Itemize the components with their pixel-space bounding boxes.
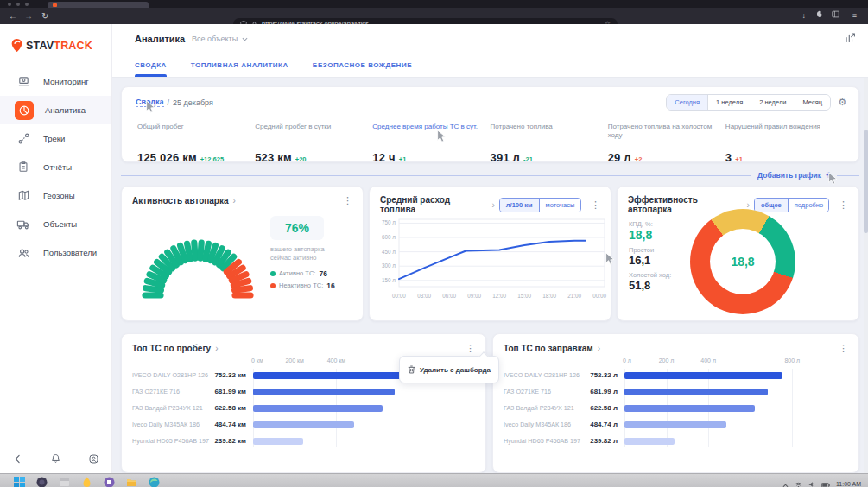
bar-fill[interactable]	[253, 405, 383, 412]
summary-stat: Средний пробег в сутки523 км+20	[255, 123, 372, 164]
battery-icon[interactable]	[821, 476, 830, 487]
sidebar-panel-icon[interactable]	[832, 10, 839, 22]
kebab-menu-icon[interactable]: ⋮	[466, 343, 475, 354]
sidebar-item-monitoring[interactable]: Мониторинг	[0, 67, 111, 96]
summary-stat: Общий пробег125 026 км+12 625	[137, 123, 255, 164]
settings-gear-icon[interactable]: ⚙	[838, 97, 846, 108]
summary-stat: Потрачено топлива на холостом ходу29 л+2	[608, 123, 725, 164]
chevron-right-icon[interactable]: ›	[491, 200, 494, 210]
add-chart-link[interactable]: Добавить график	[757, 171, 821, 180]
bar-fill[interactable]	[253, 438, 303, 445]
taskbar-tray: 11:00 AM	[782, 476, 861, 487]
tray-chevron-up-icon[interactable]	[782, 476, 789, 487]
tab-1[interactable]: ТОПЛИВНАЯ АНАЛИТИКА	[191, 61, 288, 77]
extension-icon[interactable]	[815, 10, 823, 22]
period-button[interactable]: 1 неделя	[708, 95, 751, 110]
bar-fill[interactable]	[253, 421, 354, 428]
stat-delta: +1	[735, 155, 743, 163]
bar-row: ГАЗ Валдай Р234УХ 121622.58 л	[504, 400, 845, 416]
period-button[interactable]: Сегодня	[667, 95, 708, 110]
bar-fill[interactable]	[253, 372, 409, 379]
sidebar-item-objects[interactable]: Объекты	[0, 210, 111, 238]
period-button[interactable]: Месяц	[795, 95, 831, 110]
vehicle-name: ГАЗ Валдай Р234УХ 121	[504, 404, 583, 412]
collapse-sidebar-icon[interactable]	[12, 452, 23, 468]
sidebar-item-reports[interactable]: Отчёты	[0, 153, 111, 181]
sidebar-item-analytics[interactable]: Аналитика	[0, 96, 111, 124]
sidebar-item-label: Геозоны	[43, 191, 75, 200]
chevron-right-icon[interactable]: ›	[747, 200, 750, 210]
window-control-icon[interactable]	[16, 3, 20, 6]
kebab-menu-icon[interactable]: ⋮	[839, 199, 848, 211]
downloads-icon[interactable]: ↓	[802, 10, 807, 22]
sidebar: STAVTRACK МониторингАналитикаТрекиОтчёты…	[0, 24, 112, 473]
window-control-icon[interactable]	[8, 3, 11, 6]
vehicle-name: ГАЗ Валдай Р234УХ 121	[132, 404, 212, 412]
taskbar-clock[interactable]: 11:00 AM	[836, 481, 861, 487]
sidebar-item-users[interactable]: Пользователи	[0, 238, 111, 267]
period-button[interactable]: 2 недели	[751, 95, 795, 110]
back-icon[interactable]: ←	[9, 9, 17, 22]
stat-label[interactable]: Среднее время работы ТС в сут.	[372, 123, 481, 131]
axis-tick-label: 0 л	[623, 357, 631, 364]
notifications-bell-icon[interactable]	[50, 452, 61, 468]
toggle-button[interactable]: л/100 км	[500, 199, 540, 212]
summary-stat: Потрачено топлива391 л-21	[491, 123, 608, 164]
bar-fill[interactable]	[624, 405, 755, 412]
bar-fill[interactable]	[624, 389, 768, 395]
bar-fill[interactable]	[624, 438, 675, 445]
sidebar-item-tracks[interactable]: Треки	[0, 124, 111, 153]
efficiency-stat-value: 18,8	[629, 228, 671, 242]
context-menu-item[interactable]: Удалить с дашборда	[420, 366, 491, 374]
tab-2[interactable]: БЕЗОПАСНОЕ ВОЖДЕНИЕ	[313, 61, 412, 77]
wifi-icon[interactable]	[795, 476, 802, 487]
bar-fill[interactable]	[624, 372, 782, 379]
scrollbar-thumb[interactable]	[864, 130, 868, 233]
bar-value: 622.58 км	[212, 404, 246, 412]
trash-icon[interactable]	[408, 362, 415, 377]
bar-row: Iveco Daily М345АК 186484.74 км	[132, 416, 472, 433]
stat-value: 391 л	[491, 151, 521, 164]
chevron-right-icon[interactable]: ›	[598, 344, 600, 353]
taskbar-files-icon[interactable]	[59, 476, 70, 487]
tab-0[interactable]: СВОДКА	[135, 61, 167, 77]
taskbar-app-flame-icon[interactable]	[81, 476, 92, 487]
sidebar-footer	[12, 452, 99, 468]
object-filter-dropdown[interactable]: Все объекты	[192, 35, 248, 43]
stat-delta: +12 625	[200, 155, 224, 163]
add-widget-icon[interactable]	[845, 31, 856, 47]
browser-tab[interactable]	[48, 2, 149, 8]
taskbar-folder-icon[interactable]	[126, 476, 137, 487]
toggle-button[interactable]: моточасы	[540, 199, 581, 212]
taskbar-app-purple-icon[interactable]	[104, 476, 115, 487]
svg-text:18:00: 18:00	[542, 293, 556, 299]
taskbar-start-icon[interactable]	[14, 476, 25, 487]
card-avg-fuel: Средний расход топлива › л/100 кммоточас…	[369, 186, 611, 321]
taskbar-edge-icon[interactable]	[149, 476, 160, 487]
taskbar-browser-icon[interactable]	[36, 476, 48, 487]
sidebar-item-geozones[interactable]: Геозоны	[0, 181, 111, 210]
forward-icon[interactable]: →	[24, 9, 33, 22]
menu-icon[interactable]: ≡	[852, 10, 857, 22]
sidebar-item-label: Аналитика	[45, 105, 86, 115]
fuel-line-chart: 150 л300 л450 л600 л750 л00:0003:0006:00…	[373, 212, 609, 313]
stat-delta: -21	[523, 155, 533, 163]
card-top-mileage: Топ ТС по пробегу › ⋮ 0 км200 км400 кмIV…	[121, 333, 486, 473]
chevron-right-icon[interactable]: ›	[233, 196, 236, 206]
window-control-icon[interactable]	[25, 3, 29, 6]
toggle-button[interactable]: подробно	[789, 199, 829, 212]
taskbar-apps	[14, 476, 160, 487]
volume-icon[interactable]	[808, 476, 815, 487]
kebab-menu-icon[interactable]: ⋮	[343, 195, 352, 206]
toggle-button[interactable]: общее	[755, 199, 789, 212]
profile-icon[interactable]	[88, 452, 99, 468]
kebab-menu-icon[interactable]: ⋮	[591, 199, 600, 211]
kebab-menu-icon[interactable]: ⋮	[839, 343, 848, 354]
chevron-right-icon[interactable]: ›	[215, 344, 218, 353]
logo-text: STAVTRACK	[26, 40, 92, 52]
bar-fill[interactable]	[624, 421, 726, 428]
reload-icon[interactable]: ↻	[41, 9, 48, 22]
bar-track	[624, 421, 845, 428]
scrollbar[interactable]	[864, 78, 868, 473]
bar-fill[interactable]	[253, 389, 395, 395]
